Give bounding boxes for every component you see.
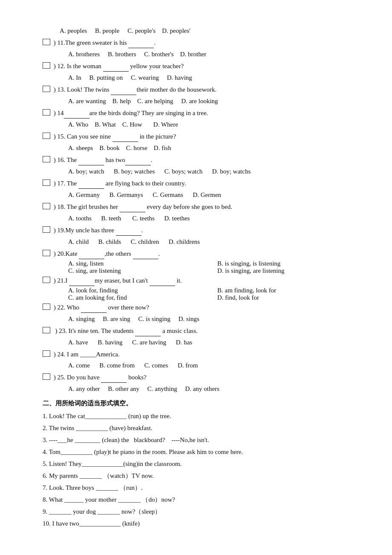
q19-bracket — [43, 226, 50, 233]
q14-row: ) 14 are the birds doing? They are singi… — [43, 108, 358, 119]
s2-q10: 10. I have two_____________ (knife) — [43, 518, 358, 529]
q14-question: ) 14 are the birds doing? They are singi… — [52, 108, 358, 119]
s2-q6: 6. My parents _______ （watch）TV now. — [43, 471, 358, 481]
q15-row: ) 15. Can you see nine in the picture? — [43, 131, 358, 142]
q11-question: ) 11.The green sweater is his . — [52, 38, 358, 48]
q14-choices: A. Who B. What C. How D. Where — [68, 119, 358, 130]
q23-bracket — [43, 327, 50, 333]
q17-row: ) 17. The are flying back to their count… — [43, 178, 358, 189]
q20-row: ) 20.Kate ,the others . — [43, 249, 358, 259]
q18-choices: A. tooths B. teeth C. teeths D. teethes — [68, 213, 358, 223]
q22-choices: A. singing B. are sing C. is singing D. … — [68, 314, 358, 324]
q10-choices: A. peoples B. people C. people's D. peop… — [60, 26, 358, 36]
q25-row: ) 25. Do you have books? — [43, 372, 358, 383]
q25-question: ) 25. Do you have books? — [52, 372, 358, 383]
q12-bracket — [43, 62, 50, 69]
s2-q1: 1. Look! The cat_____________ (run) up t… — [43, 411, 358, 421]
s2-q3: 3. ----___he ________ (clean) the blackb… — [43, 435, 358, 445]
s2-q7: 7. Look. Three boys _______ （run）. — [43, 483, 358, 493]
q18-row: ) 18. The girl brushes her every day bef… — [43, 202, 358, 212]
q12-question: ) 12. Is the woman yellow your teacher? — [52, 61, 358, 72]
q21-row: ) 21.I my eraser, but I can't it. — [43, 275, 358, 286]
q18-bracket — [43, 203, 50, 209]
q12-choices: A. In B. putting on C. wearing D. having — [68, 72, 358, 83]
q21-choices: A. look for, finding B. am finding, look… — [68, 287, 358, 301]
q25-bracket — [43, 373, 50, 380]
q11-choices: A. brotheres B. brothers C. brother's D.… — [68, 49, 358, 59]
s2-q5: 5. Listen! They_____________(sing)in the… — [43, 459, 358, 469]
q19-question: ) 19.My uncle has three . — [52, 225, 358, 236]
q11-row: ) 11.The green sweater is his . — [43, 38, 358, 48]
section2-title: 二、用所给词的适当形式填空。 — [43, 398, 358, 408]
q16-question: ) 16. The has two . — [52, 155, 358, 165]
q20-bracket — [43, 250, 50, 256]
q17-choices: A. Germany B. Germanys C. Germans D. Ger… — [68, 190, 358, 200]
q16-row: ) 16. The has two . — [43, 155, 358, 165]
q12-row: ) 12. Is the woman yellow your teacher? — [43, 61, 358, 72]
q15-choices: A. sheeps B. book C. horse D. fish — [68, 143, 358, 153]
q22-bracket — [43, 304, 50, 310]
q11-bracket — [43, 39, 50, 45]
q19-row: ) 19.My uncle has three . — [43, 225, 358, 236]
q21-bracket — [43, 277, 50, 283]
q25-choices: A. any other B. other any C. anything D.… — [68, 384, 358, 394]
q24-question: ) 24. I am _____America. — [52, 349, 358, 359]
q21-question: ) 21.I my eraser, but I can't it. — [52, 275, 358, 286]
q13-row: ) 13. Look! The twins their mother do th… — [43, 84, 358, 95]
q13-bracket — [43, 86, 50, 92]
worksheet-content: A. peoples B. people C. people's D. peop… — [43, 26, 358, 529]
q14-bracket — [43, 109, 50, 116]
q22-row: ) 22. Who over there now? — [43, 302, 358, 313]
q17-question: ) 17. The are flying back to their count… — [52, 178, 358, 189]
q19-choices: A. child B. childs C. children D. childr… — [68, 237, 358, 247]
q24-choices: A. come B. come from C. comes D. from — [68, 360, 358, 370]
q24-row: ) 24. I am _____America. — [43, 349, 358, 359]
q16-bracket — [43, 156, 50, 162]
q17-bracket — [43, 179, 50, 186]
q23-choices: A. have B. having C. are having D. has — [68, 337, 358, 347]
q15-question: ) 15. Can you see nine in the picture? — [52, 131, 358, 142]
s2-q9: 9. _______ your dog _______ now?（sleep） — [43, 506, 358, 517]
q23-question: ) 23. It's nine ten. The students a musi… — [52, 326, 358, 336]
q20-question: ) 20.Kate ,the others . — [52, 249, 358, 259]
s2-q4: 4. Tom__________ (play)t he piano in the… — [43, 447, 358, 457]
q18-question: ) 18. The girl brushes her every day bef… — [52, 202, 358, 212]
q13-choices: A. are wanting B. help C. are helping D.… — [68, 96, 358, 106]
q15-bracket — [43, 133, 50, 139]
q24-bracket — [43, 350, 50, 357]
q16-choices: A. boy; watch B. boy; watches C. boys; w… — [68, 166, 358, 176]
q22-question: ) 22. Who over there now? — [52, 302, 358, 313]
s2-q2: 2. The twins __________ (have) breakfast… — [43, 423, 358, 433]
q20-choices: A. sing, listen B. is singing, is listen… — [68, 260, 358, 275]
q23-row: ) 23. It's nine ten. The students a musi… — [43, 326, 358, 336]
q13-question: ) 13. Look! The twins their mother do th… — [52, 84, 358, 95]
s2-q8: 8. What ______ your mother _______ （do）n… — [43, 494, 358, 505]
